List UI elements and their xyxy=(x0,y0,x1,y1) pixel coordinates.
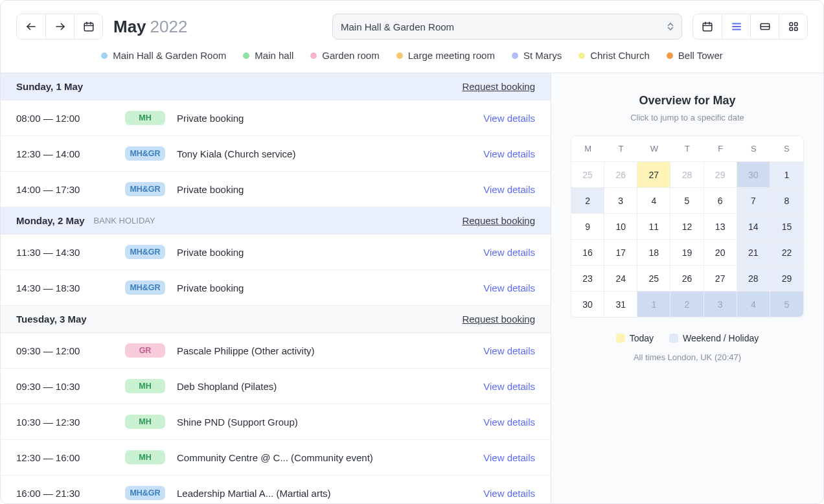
request-booking-link[interactable]: Request booking xyxy=(462,81,535,92)
calendar-day[interactable]: 22 xyxy=(770,239,803,265)
calendar-day[interactable]: 8 xyxy=(770,187,803,213)
view-details-link[interactable]: View details xyxy=(483,381,535,392)
weekday-label: M xyxy=(571,136,604,161)
svg-rect-15 xyxy=(790,23,793,26)
view-grid-button[interactable] xyxy=(779,14,807,39)
calendar-day[interactable]: 3 xyxy=(704,291,737,317)
booking-time: 11:30 — 14:30 xyxy=(16,247,113,258)
view-list-button[interactable] xyxy=(722,14,750,39)
calendar-day[interactable]: 6 xyxy=(704,187,737,213)
calendar-day[interactable]: 10 xyxy=(604,213,637,239)
calendar-day[interactable]: 18 xyxy=(637,239,670,265)
calendar-day[interactable]: 12 xyxy=(670,213,704,239)
space-legend-item[interactable]: Large meeting room xyxy=(396,50,495,61)
calendar-legend: Today Weekend / Holiday xyxy=(571,333,804,343)
calendar-day[interactable]: 4 xyxy=(637,187,670,213)
space-tag: MH&GR xyxy=(125,182,165,196)
booking-row: 10:30 — 12:30MHShine PND (Support Group)… xyxy=(1,404,551,440)
view-details-link[interactable]: View details xyxy=(483,417,535,428)
calendar-day[interactable]: 4 xyxy=(737,291,770,317)
booking-time: 12:30 — 14:00 xyxy=(16,148,113,159)
space-tag: MH xyxy=(125,379,165,393)
calendar-day[interactable]: 28 xyxy=(670,161,704,187)
calendar-day[interactable]: 19 xyxy=(670,239,704,265)
calendar-day[interactable]: 17 xyxy=(604,239,637,265)
booking-time: 10:30 — 12:30 xyxy=(16,417,113,428)
booking-title: Private booking xyxy=(177,282,472,293)
calendar-day[interactable]: 11 xyxy=(637,213,670,239)
day-header: Tuesday, 3 MayRequest booking xyxy=(1,306,551,333)
legend-label: Bell Tower xyxy=(678,50,723,61)
calendar-day[interactable]: 26 xyxy=(604,161,637,187)
space-legend-item[interactable]: Main hall xyxy=(243,50,293,61)
request-booking-link[interactable]: Request booking xyxy=(462,314,535,325)
calendar-day[interactable]: 27 xyxy=(637,161,670,187)
calendar-day[interactable]: 23 xyxy=(571,265,604,291)
calendar-day[interactable]: 30 xyxy=(737,161,770,187)
calendar-day[interactable]: 30 xyxy=(571,291,604,317)
view-week-button[interactable] xyxy=(750,14,779,39)
space-tag: MH xyxy=(125,415,165,429)
calendar-day[interactable]: 29 xyxy=(704,161,737,187)
prev-button[interactable] xyxy=(17,14,45,39)
calendar-day[interactable]: 16 xyxy=(571,239,604,265)
space-tag: MH&GR xyxy=(125,245,165,259)
view-details-link[interactable]: View details xyxy=(483,282,535,293)
grid-icon xyxy=(788,21,799,32)
space-legend-item[interactable]: Bell Tower xyxy=(667,50,723,61)
calendar-day[interactable]: 5 xyxy=(670,187,704,213)
svg-rect-17 xyxy=(790,28,793,31)
view-details-link[interactable]: View details xyxy=(483,452,535,463)
view-month-button[interactable] xyxy=(693,14,722,39)
space-tag: MH&GR xyxy=(125,146,165,161)
request-booking-link[interactable]: Request booking xyxy=(462,215,535,226)
calendar-day[interactable]: 25 xyxy=(637,265,670,291)
view-details-link[interactable]: View details xyxy=(483,247,535,258)
view-details-link[interactable]: View details xyxy=(483,488,535,499)
next-button[interactable] xyxy=(45,14,74,39)
calendar-day[interactable]: 1 xyxy=(770,161,803,187)
view-details-link[interactable]: View details xyxy=(483,184,535,195)
calendar-day[interactable]: 21 xyxy=(737,239,770,265)
calendar-day[interactable]: 14 xyxy=(737,213,770,239)
list-icon xyxy=(731,21,742,32)
calendar-day[interactable]: 26 xyxy=(670,265,704,291)
view-details-link[interactable]: View details xyxy=(483,148,535,159)
space-selector[interactable]: Main Hall & Garden Room xyxy=(332,14,682,40)
svg-rect-6 xyxy=(703,23,712,31)
calendar-day[interactable]: 2 xyxy=(670,291,704,317)
calendar-day[interactable]: 1 xyxy=(637,291,670,317)
booking-time: 09:30 — 12:00 xyxy=(16,345,113,356)
calendar-day[interactable]: 15 xyxy=(770,213,803,239)
calendar-day[interactable]: 3 xyxy=(604,187,637,213)
calendar-day[interactable]: 29 xyxy=(770,265,803,291)
legend-label: Main Hall & Garden Room xyxy=(113,50,226,61)
space-legend-item[interactable]: Christ Church xyxy=(578,50,650,61)
view-details-link[interactable]: View details xyxy=(483,113,535,124)
space-legend-item[interactable]: St Marys xyxy=(512,50,562,61)
space-legend-item[interactable]: Main Hall & Garden Room xyxy=(101,50,226,61)
booking-time: 14:00 — 17:30 xyxy=(16,184,113,195)
view-details-link[interactable]: View details xyxy=(483,345,535,356)
calendar-day[interactable]: 24 xyxy=(604,265,637,291)
booking-list[interactable]: Sunday, 1 MayRequest booking08:00 — 12:0… xyxy=(1,73,551,503)
calendar-day[interactable]: 2 xyxy=(571,187,604,213)
arrow-left-icon xyxy=(25,21,37,32)
calendar-day[interactable]: 31 xyxy=(604,291,637,317)
calendar-day[interactable]: 13 xyxy=(704,213,737,239)
calendar-day[interactable]: 28 xyxy=(737,265,770,291)
booking-row: 09:30 — 10:30MHDeb Shopland (Pilates)Vie… xyxy=(1,369,551,404)
calendar-day[interactable]: 7 xyxy=(737,187,770,213)
calendar-day[interactable]: 27 xyxy=(704,265,737,291)
topbar: May2022 Main Hall & Garden Room xyxy=(1,1,823,40)
calendar-day[interactable]: 20 xyxy=(704,239,737,265)
calendar-day[interactable]: 25 xyxy=(571,161,604,187)
svg-rect-2 xyxy=(84,23,93,31)
calendar-day[interactable]: 9 xyxy=(571,213,604,239)
space-legend-item[interactable]: Garden room xyxy=(310,50,379,61)
calendar-day[interactable]: 5 xyxy=(770,291,803,317)
space-tag: GR xyxy=(125,343,165,358)
today-button[interactable] xyxy=(74,14,102,39)
booking-time: 14:30 — 18:30 xyxy=(16,282,113,293)
nav-button-group xyxy=(16,14,103,40)
